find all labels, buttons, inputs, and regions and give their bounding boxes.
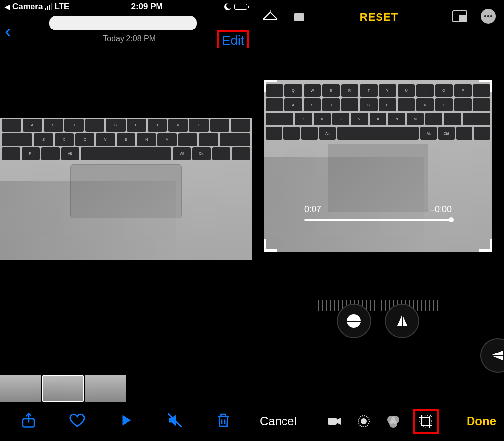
cancel-button[interactable]: Cancel [260,414,297,428]
crop-handle-br[interactable] [479,239,492,252]
svg-rect-12 [490,355,504,356]
share-icon[interactable] [20,412,37,431]
heart-icon[interactable] [68,412,86,431]
crop-mode-highlight [413,409,439,434]
svg-rect-10 [346,321,362,322]
edit-bottom-bar: Cancel Done [252,402,504,441]
svg-rect-2 [294,13,304,21]
svg-point-18 [389,420,397,428]
elapsed-time: 0:07 [304,205,321,215]
status-bar: ◀ Camera LTE 2:09 PM [0,0,252,14]
main-photo-area[interactable]: ASDFGHJKL ZXCVBNM FnAltAltCtrl [0,48,252,363]
scrubber-thumb-icon[interactable] [449,217,454,222]
crop-preview[interactable]: QWERTYUIOP ASDFGHJKL ZXCVBNM AltAltCtrl … [264,80,492,252]
status-back-app[interactable]: Camera [12,2,43,12]
flip-vertical-button[interactable] [480,338,504,373]
adjust-mode-icon[interactable] [354,412,374,431]
cellular-signal-icon [45,3,52,10]
photo-timestamp: Today 2:08 PM [11,34,247,43]
do-not-disturb-icon [224,3,231,10]
thumbnail-selected[interactable] [42,375,84,402]
svg-point-15 [361,419,366,424]
filters-mode-icon[interactable] [383,412,403,431]
reset-button[interactable]: RESET [360,11,398,24]
flip-horizontal-button[interactable] [385,304,419,338]
edit-crop-screen: RESET QWERTYUIOP ASDFGHJKL ZXCVBNM AltAl… [252,0,504,441]
svg-rect-11 [402,313,403,329]
crop-mode-icon[interactable] [416,412,436,431]
redacted-title [49,16,197,30]
status-carrier: LTE [54,2,69,12]
video-mode-icon[interactable] [324,412,344,431]
thumbnail[interactable] [85,375,126,402]
svg-point-8 [490,15,492,17]
thumbnail-strip[interactable] [0,375,252,402]
edit-top-bar: RESET [252,0,504,34]
play-icon[interactable] [117,412,135,431]
straighten-button[interactable] [337,304,371,338]
svg-rect-13 [328,418,337,425]
photo-content: ASDFGHJKL ZXCVBNM FnAltAltCtrl [0,118,252,260]
pip-icon[interactable] [452,10,468,25]
svg-point-7 [487,15,489,17]
back-to-app-chevron-icon[interactable]: ◀ [5,3,10,11]
svg-point-6 [484,15,486,17]
status-time: 2:09 PM [131,2,162,12]
battery-icon [234,4,247,10]
video-scrubber[interactable]: 0:07 –0:00 [304,207,452,222]
aspect-icon[interactable] [291,9,306,25]
back-button[interactable]: ‹ [5,20,11,42]
photo-toolbar [0,402,252,441]
thumbnail[interactable] [0,375,41,402]
crop-handle-tr[interactable] [479,80,492,92]
more-icon[interactable] [480,8,496,26]
done-button[interactable]: Done [467,414,496,428]
edit-button[interactable]: Edit [222,33,244,48]
crop-handle-tl[interactable] [264,80,277,92]
photos-viewer-screen: ◀ Camera LTE 2:09 PM ‹ Today 2:08 PM Edi… [0,0,252,441]
mute-icon[interactable] [166,412,184,431]
crop-handle-bl[interactable] [264,239,277,252]
remaining-time: –0:00 [430,205,452,215]
svg-rect-4 [460,16,466,21]
flip-icon[interactable] [262,9,279,25]
trash-icon[interactable] [215,412,232,431]
